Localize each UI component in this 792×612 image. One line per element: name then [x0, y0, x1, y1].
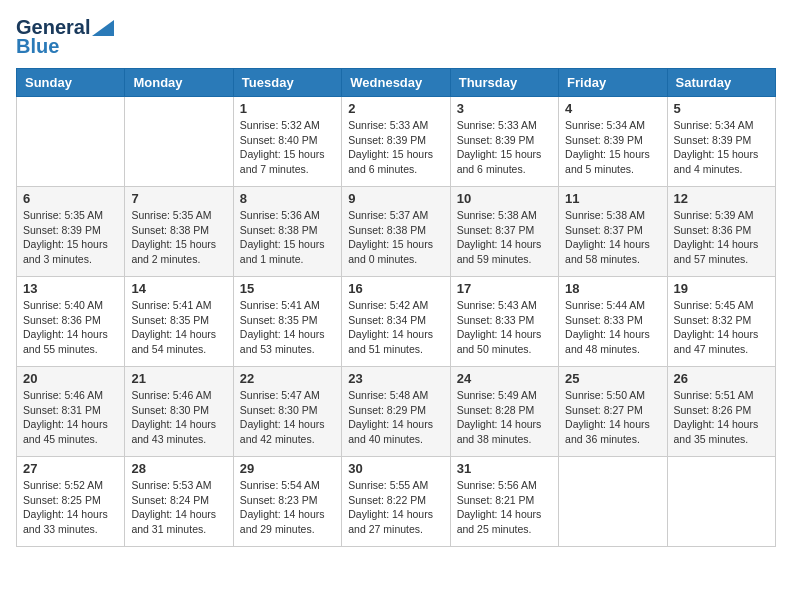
calendar-day-cell: 1Sunrise: 5:32 AM Sunset: 8:40 PM Daylig…: [233, 97, 341, 187]
day-number: 27: [23, 461, 118, 476]
day-info: Sunrise: 5:40 AM Sunset: 8:36 PM Dayligh…: [23, 298, 118, 357]
day-info: Sunrise: 5:53 AM Sunset: 8:24 PM Dayligh…: [131, 478, 226, 537]
day-info: Sunrise: 5:51 AM Sunset: 8:26 PM Dayligh…: [674, 388, 769, 447]
logo-blue: Blue: [16, 35, 59, 58]
day-number: 13: [23, 281, 118, 296]
day-number: 14: [131, 281, 226, 296]
day-info: Sunrise: 5:48 AM Sunset: 8:29 PM Dayligh…: [348, 388, 443, 447]
calendar-day-cell: 5Sunrise: 5:34 AM Sunset: 8:39 PM Daylig…: [667, 97, 775, 187]
calendar-day-cell: 26Sunrise: 5:51 AM Sunset: 8:26 PM Dayli…: [667, 367, 775, 457]
day-number: 21: [131, 371, 226, 386]
calendar-day-cell: 7Sunrise: 5:35 AM Sunset: 8:38 PM Daylig…: [125, 187, 233, 277]
page-header: General Blue: [16, 16, 776, 58]
calendar-day-cell: [559, 457, 667, 547]
day-info: Sunrise: 5:50 AM Sunset: 8:27 PM Dayligh…: [565, 388, 660, 447]
calendar-day-cell: 15Sunrise: 5:41 AM Sunset: 8:35 PM Dayli…: [233, 277, 341, 367]
calendar-day-cell: 11Sunrise: 5:38 AM Sunset: 8:37 PM Dayli…: [559, 187, 667, 277]
calendar-week-row: 6Sunrise: 5:35 AM Sunset: 8:39 PM Daylig…: [17, 187, 776, 277]
day-info: Sunrise: 5:47 AM Sunset: 8:30 PM Dayligh…: [240, 388, 335, 447]
calendar-day-cell: 23Sunrise: 5:48 AM Sunset: 8:29 PM Dayli…: [342, 367, 450, 457]
day-info: Sunrise: 5:37 AM Sunset: 8:38 PM Dayligh…: [348, 208, 443, 267]
calendar-day-cell: 17Sunrise: 5:43 AM Sunset: 8:33 PM Dayli…: [450, 277, 558, 367]
logo-icon: [92, 20, 114, 36]
day-info: Sunrise: 5:44 AM Sunset: 8:33 PM Dayligh…: [565, 298, 660, 357]
calendar-day-cell: [17, 97, 125, 187]
calendar-day-cell: 10Sunrise: 5:38 AM Sunset: 8:37 PM Dayli…: [450, 187, 558, 277]
day-number: 29: [240, 461, 335, 476]
day-info: Sunrise: 5:56 AM Sunset: 8:21 PM Dayligh…: [457, 478, 552, 537]
day-number: 24: [457, 371, 552, 386]
day-info: Sunrise: 5:41 AM Sunset: 8:35 PM Dayligh…: [240, 298, 335, 357]
day-number: 22: [240, 371, 335, 386]
day-info: Sunrise: 5:46 AM Sunset: 8:31 PM Dayligh…: [23, 388, 118, 447]
calendar-day-cell: [125, 97, 233, 187]
day-info: Sunrise: 5:35 AM Sunset: 8:39 PM Dayligh…: [23, 208, 118, 267]
calendar-day-cell: 12Sunrise: 5:39 AM Sunset: 8:36 PM Dayli…: [667, 187, 775, 277]
day-number: 5: [674, 101, 769, 116]
day-number: 4: [565, 101, 660, 116]
calendar-day-cell: 2Sunrise: 5:33 AM Sunset: 8:39 PM Daylig…: [342, 97, 450, 187]
day-number: 6: [23, 191, 118, 206]
calendar-day-cell: 28Sunrise: 5:53 AM Sunset: 8:24 PM Dayli…: [125, 457, 233, 547]
calendar-week-row: 27Sunrise: 5:52 AM Sunset: 8:25 PM Dayli…: [17, 457, 776, 547]
day-number: 20: [23, 371, 118, 386]
day-info: Sunrise: 5:32 AM Sunset: 8:40 PM Dayligh…: [240, 118, 335, 177]
calendar-day-cell: 13Sunrise: 5:40 AM Sunset: 8:36 PM Dayli…: [17, 277, 125, 367]
day-info: Sunrise: 5:34 AM Sunset: 8:39 PM Dayligh…: [565, 118, 660, 177]
day-number: 2: [348, 101, 443, 116]
day-info: Sunrise: 5:34 AM Sunset: 8:39 PM Dayligh…: [674, 118, 769, 177]
calendar-day-cell: 30Sunrise: 5:55 AM Sunset: 8:22 PM Dayli…: [342, 457, 450, 547]
day-number: 16: [348, 281, 443, 296]
day-number: 10: [457, 191, 552, 206]
day-info: Sunrise: 5:35 AM Sunset: 8:38 PM Dayligh…: [131, 208, 226, 267]
calendar-week-row: 13Sunrise: 5:40 AM Sunset: 8:36 PM Dayli…: [17, 277, 776, 367]
day-number: 19: [674, 281, 769, 296]
calendar-day-cell: [667, 457, 775, 547]
day-number: 11: [565, 191, 660, 206]
weekday-header: Saturday: [667, 69, 775, 97]
day-number: 12: [674, 191, 769, 206]
day-info: Sunrise: 5:52 AM Sunset: 8:25 PM Dayligh…: [23, 478, 118, 537]
day-number: 26: [674, 371, 769, 386]
calendar-day-cell: 31Sunrise: 5:56 AM Sunset: 8:21 PM Dayli…: [450, 457, 558, 547]
weekday-header: Friday: [559, 69, 667, 97]
calendar-day-cell: 24Sunrise: 5:49 AM Sunset: 8:28 PM Dayli…: [450, 367, 558, 457]
day-number: 25: [565, 371, 660, 386]
day-info: Sunrise: 5:45 AM Sunset: 8:32 PM Dayligh…: [674, 298, 769, 357]
day-number: 1: [240, 101, 335, 116]
day-info: Sunrise: 5:33 AM Sunset: 8:39 PM Dayligh…: [457, 118, 552, 177]
weekday-header: Sunday: [17, 69, 125, 97]
calendar-day-cell: 14Sunrise: 5:41 AM Sunset: 8:35 PM Dayli…: [125, 277, 233, 367]
calendar-day-cell: 19Sunrise: 5:45 AM Sunset: 8:32 PM Dayli…: [667, 277, 775, 367]
day-number: 30: [348, 461, 443, 476]
day-info: Sunrise: 5:36 AM Sunset: 8:38 PM Dayligh…: [240, 208, 335, 267]
day-number: 9: [348, 191, 443, 206]
weekday-header: Wednesday: [342, 69, 450, 97]
day-number: 3: [457, 101, 552, 116]
day-info: Sunrise: 5:39 AM Sunset: 8:36 PM Dayligh…: [674, 208, 769, 267]
day-info: Sunrise: 5:49 AM Sunset: 8:28 PM Dayligh…: [457, 388, 552, 447]
calendar-day-cell: 27Sunrise: 5:52 AM Sunset: 8:25 PM Dayli…: [17, 457, 125, 547]
calendar-day-cell: 8Sunrise: 5:36 AM Sunset: 8:38 PM Daylig…: [233, 187, 341, 277]
calendar-day-cell: 25Sunrise: 5:50 AM Sunset: 8:27 PM Dayli…: [559, 367, 667, 457]
calendar-header-row: SundayMondayTuesdayWednesdayThursdayFrid…: [17, 69, 776, 97]
svg-marker-0: [92, 20, 114, 36]
day-number: 18: [565, 281, 660, 296]
calendar-day-cell: 21Sunrise: 5:46 AM Sunset: 8:30 PM Dayli…: [125, 367, 233, 457]
weekday-header: Thursday: [450, 69, 558, 97]
logo: General Blue: [16, 16, 114, 58]
calendar-day-cell: 9Sunrise: 5:37 AM Sunset: 8:38 PM Daylig…: [342, 187, 450, 277]
day-info: Sunrise: 5:38 AM Sunset: 8:37 PM Dayligh…: [565, 208, 660, 267]
calendar-week-row: 1Sunrise: 5:32 AM Sunset: 8:40 PM Daylig…: [17, 97, 776, 187]
calendar-day-cell: 22Sunrise: 5:47 AM Sunset: 8:30 PM Dayli…: [233, 367, 341, 457]
day-number: 7: [131, 191, 226, 206]
calendar-day-cell: 20Sunrise: 5:46 AM Sunset: 8:31 PM Dayli…: [17, 367, 125, 457]
day-number: 15: [240, 281, 335, 296]
day-info: Sunrise: 5:38 AM Sunset: 8:37 PM Dayligh…: [457, 208, 552, 267]
calendar-week-row: 20Sunrise: 5:46 AM Sunset: 8:31 PM Dayli…: [17, 367, 776, 457]
day-number: 23: [348, 371, 443, 386]
calendar-table: SundayMondayTuesdayWednesdayThursdayFrid…: [16, 68, 776, 547]
day-info: Sunrise: 5:55 AM Sunset: 8:22 PM Dayligh…: [348, 478, 443, 537]
day-info: Sunrise: 5:54 AM Sunset: 8:23 PM Dayligh…: [240, 478, 335, 537]
weekday-header: Tuesday: [233, 69, 341, 97]
